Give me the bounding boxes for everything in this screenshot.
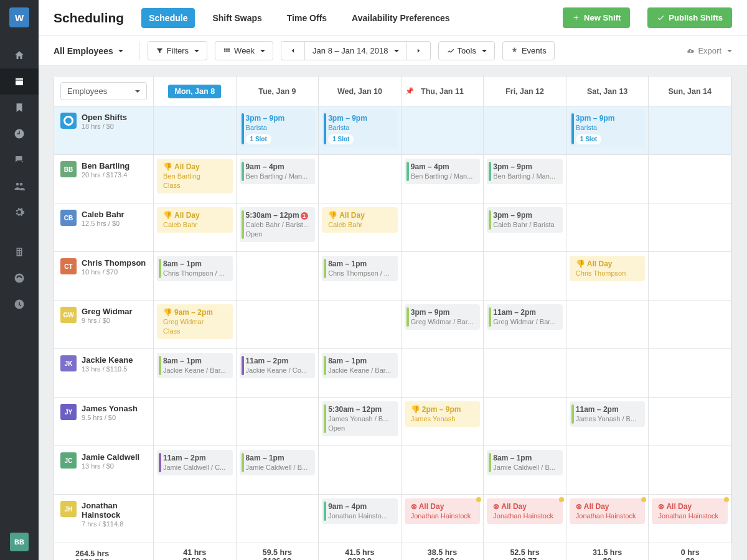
employee-row-header[interactable]: CBCaleb Bahr12.5 hrs / $0 [54, 203, 154, 252]
schedule-cell[interactable]: 8am – 1pmJamie Caldwell / B... [484, 446, 566, 495]
nav-people-icon[interactable] [0, 173, 39, 199]
shift-block[interactable]: 9am – 4pmJonathan Hainsto... [322, 498, 398, 524]
tab-time-offs[interactable]: Time Offs [280, 8, 334, 28]
schedule-cell[interactable] [566, 349, 649, 398]
new-shift-button[interactable]: New Shift [563, 7, 630, 28]
view-dropdown[interactable]: Week [215, 41, 273, 60]
schedule-cell[interactable] [402, 446, 484, 495]
schedule-cell[interactable] [319, 301, 402, 349]
schedule-cell[interactable]: 8am – 1pmJackie Keane / Bar... [319, 349, 402, 398]
schedule-cell[interactable] [484, 252, 566, 301]
shift-block[interactable]: 9am – 4pmBen Bartling / Man... [240, 159, 316, 184]
shift-block[interactable]: ⊗All DayJonathan Hainstock [570, 498, 646, 524]
schedule-cell[interactable] [237, 252, 319, 301]
schedule-cell[interactable] [484, 398, 566, 446]
schedule-cell[interactable]: ⊗All DayJonathan Hainstock [649, 495, 731, 543]
schedule-cell[interactable] [649, 398, 731, 446]
schedule-cell[interactable]: 8am – 1pmChris Thompson / ... [154, 252, 237, 301]
schedule-cell[interactable]: 3pm – 9pmBen Bartling / Man... [484, 155, 566, 203]
schedule-cell[interactable] [402, 106, 484, 155]
tools-dropdown[interactable]: Tools [438, 41, 495, 60]
employee-row-header[interactable]: BBBen Bartling20 hrs / $173.4 [54, 155, 154, 203]
prev-week-button[interactable] [281, 41, 305, 60]
schedule-cell[interactable] [649, 106, 731, 155]
schedule-cell[interactable] [402, 203, 484, 252]
schedule-cell[interactable]: 👎All DayCaleb Bahr [154, 203, 237, 252]
schedule-cell[interactable] [319, 446, 402, 495]
shift-block[interactable]: 👎All DayCaleb Bahr [157, 207, 233, 233]
tab-schedule[interactable]: Schedule [141, 8, 195, 28]
schedule-cell[interactable] [402, 349, 484, 398]
schedule-cell[interactable] [649, 252, 731, 301]
shift-block[interactable]: ⊗All DayJonathan Hainstock [405, 498, 481, 524]
day-header[interactable]: 📌Thu, Jan 11 [402, 77, 484, 106]
shift-block[interactable]: 👎9am – 2pmGreg WidmarClass [157, 304, 233, 339]
schedule-cell[interactable]: 8am – 1pmJackie Keane / Bar... [154, 349, 237, 398]
shift-block[interactable]: 3pm – 9pmGreg Widmar / Bar... [405, 304, 481, 330]
schedule-cell[interactable]: 11am – 2pmJamie Caldwell / C... [154, 446, 237, 495]
nav-help-icon[interactable] [0, 265, 39, 291]
shift-block[interactable]: 8am – 1pmJamie Caldwell / B... [240, 450, 316, 475]
schedule-cell[interactable]: 3pm – 9pmBarista1 Slot [319, 106, 402, 155]
schedule-cell[interactable] [154, 495, 237, 543]
shift-block[interactable]: 8am – 1pmJackie Keane / Bar... [322, 353, 398, 378]
tab-availability[interactable]: Availability Preferences [344, 8, 457, 28]
schedule-cell[interactable]: 👎All DayBen BartlingClass [154, 155, 237, 203]
filters-button[interactable]: Filters [148, 41, 207, 60]
schedule-cell[interactable] [237, 398, 319, 446]
day-header[interactable]: Sun, Jan 14 [649, 77, 731, 106]
schedule-cell[interactable] [649, 155, 731, 203]
schedule-cell[interactable] [237, 301, 319, 349]
shift-block[interactable]: 👎All DayCaleb Bahr [322, 207, 398, 233]
schedule-cell[interactable]: 9am – 4pmBen Bartling / Man... [237, 155, 319, 203]
nav-clock-icon[interactable] [0, 121, 39, 147]
nav-settings-icon[interactable] [0, 199, 39, 225]
schedule-cell[interactable]: 3pm – 9pmBarista1 Slot [237, 106, 319, 155]
shift-block[interactable]: ⊗All DayJonathan Hainstock [652, 498, 728, 524]
schedule-cell[interactable]: 11am – 2pmGreg Widmar / Bar... [484, 301, 566, 349]
next-week-button[interactable] [407, 41, 431, 60]
nav-logout-icon[interactable] [0, 291, 39, 317]
shift-block[interactable]: 8am – 1pmJamie Caldwell / B... [487, 450, 563, 475]
schedule-cell[interactable]: 8am – 1pmChris Thompson / ... [319, 252, 402, 301]
export-button[interactable]: Export [687, 46, 732, 55]
schedule-cell[interactable]: 5:30am – 12pmJames Yonash / B...Open [319, 398, 402, 446]
employee-row-header[interactable]: GWGreg Widmar9 hrs / $0 [54, 301, 154, 349]
shift-block[interactable]: 8am – 1pmChris Thompson / ... [322, 256, 398, 281]
schedule-cell[interactable] [484, 106, 566, 155]
shift-block[interactable]: ⊗All DayJonathan Hainstock [487, 498, 563, 524]
schedule-cell[interactable] [649, 349, 731, 398]
events-button[interactable]: Events [502, 41, 555, 60]
app-logo[interactable]: W [9, 7, 29, 27]
schedule-cell[interactable]: 5:30am – 12pm1Caleb Bahr / Barist...Open [237, 203, 319, 252]
schedule-cell[interactable]: ⊗All DayJonathan Hainstock [484, 495, 566, 543]
day-header[interactable]: Sat, Jan 13 [566, 77, 649, 106]
employee-row-header[interactable]: JYJames Yonash9.5 hrs / $0 [54, 398, 154, 446]
shift-block[interactable]: 👎2pm – 9pmJames Yonash [405, 401, 481, 427]
schedule-cell[interactable]: 3pm – 9pmCaleb Bahr / Barista [484, 203, 566, 252]
day-header[interactable]: Tue, Jan 9 [237, 77, 319, 106]
employee-row-header[interactable]: JCJamie Caldwell13 hrs / $0 [54, 446, 154, 495]
schedule-cell[interactable] [566, 301, 649, 349]
employee-row-header[interactable]: JKJackie Keane13 hrs / $110.5 [54, 349, 154, 398]
schedule-cell[interactable]: 3pm – 9pmBarista1 Slot [566, 106, 649, 155]
schedule-cell[interactable] [484, 349, 566, 398]
shift-block[interactable]: 3pm – 9pmBen Bartling / Man... [487, 159, 563, 184]
schedule-cell[interactable] [402, 252, 484, 301]
shift-block[interactable]: 👎All DayBen BartlingClass [157, 159, 233, 194]
employee-row-header[interactable]: CTChris Thompson10 hrs / $70 [54, 252, 154, 301]
nav-chat-icon[interactable] [0, 147, 39, 173]
schedule-cell[interactable]: 11am – 2pmJackie Keane / Co... [237, 349, 319, 398]
employee-row-header[interactable]: JHJonathan Hainstock7 hrs / $114.8 [54, 495, 154, 543]
schedule-cell[interactable] [649, 446, 731, 495]
schedule-cell[interactable]: 👎All DayChris Thompson [566, 252, 649, 301]
shift-block[interactable]: 3pm – 9pmBarista1 Slot [240, 110, 316, 147]
current-user-avatar[interactable]: BB [10, 533, 29, 551]
schedule-cell[interactable]: 11am – 2pmJames Yonash / B... [566, 398, 649, 446]
schedule-cell[interactable]: ⊗All DayJonathan Hainstock [566, 495, 649, 543]
schedule-cell[interactable] [566, 446, 649, 495]
shift-block[interactable]: 3pm – 9pmBarista1 Slot [322, 110, 398, 147]
employee-filter-dropdown[interactable]: All Employees [54, 46, 132, 56]
shift-block[interactable]: 11am – 2pmGreg Widmar / Bar... [487, 304, 563, 330]
schedule-cell[interactable] [154, 398, 237, 446]
